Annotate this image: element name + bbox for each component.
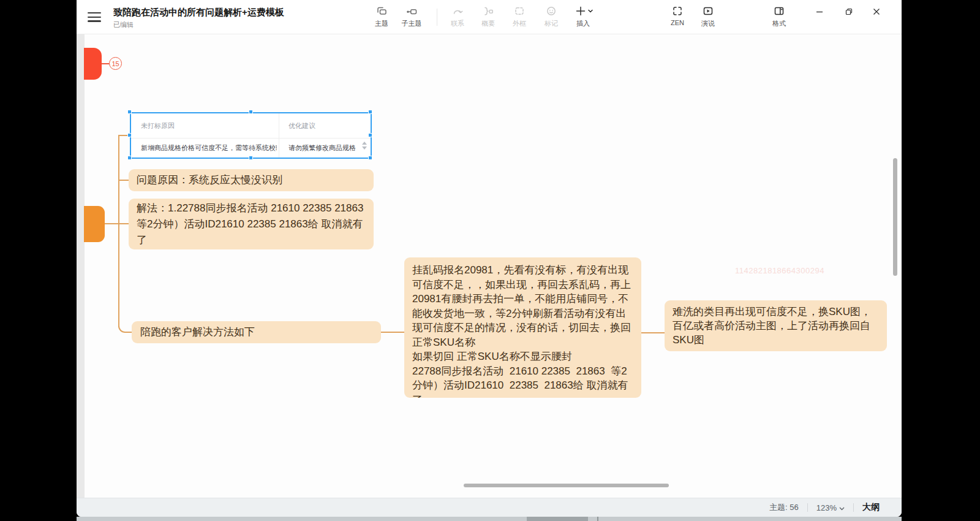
toolbar-divider [437, 9, 437, 26]
collapsed-count-badge[interactable]: 15 [109, 57, 122, 70]
root-node-collapsed[interactable] [84, 48, 102, 80]
summary-icon [471, 5, 505, 17]
table-column-divider [279, 113, 279, 158]
table-cell-reason: 新增商品规格价格可信度不足，需等待系统校验 [141, 139, 277, 158]
table-header-reason: 未打标原因 [141, 113, 276, 138]
restore-button[interactable] [840, 5, 858, 21]
subtopic-button[interactable]: 子主题 [393, 5, 430, 28]
canvas-left-edge [77, 34, 85, 498]
zen-button[interactable]: ZEN [660, 5, 695, 26]
minimize-button[interactable] [810, 5, 829, 21]
connector-branch-solution [105, 223, 129, 224]
node-problem[interactable]: 问题原因：系统反应太慢没识别 [129, 169, 374, 191]
watermark: 1142821818664300294 [735, 266, 824, 275]
restore-icon [845, 7, 853, 18]
vertical-scrollbar[interactable] [893, 158, 897, 276]
connector-detail-hard [641, 332, 665, 333]
close-icon [872, 7, 881, 18]
selection-handle[interactable] [127, 156, 132, 160]
connector-problem [118, 180, 129, 181]
node-method[interactable]: 陪跑的客户解决方法如下 [132, 321, 381, 343]
present-label: 演说 [691, 19, 725, 28]
document-title: 致陪跑在活动中的所有问题解析+运费模板 [113, 7, 284, 18]
format-icon [762, 5, 796, 17]
taskbar-segment [527, 517, 588, 521]
summary-button[interactable]: 概要 [471, 5, 505, 28]
taskbar-edge [77, 517, 902, 521]
selection-handle[interactable] [127, 133, 132, 137]
statusbar-divider [853, 503, 854, 512]
statusbar-divider [807, 503, 808, 512]
taskbar-segment-divider [597, 517, 598, 521]
topic-count: 主题: 56 [769, 502, 799, 513]
connector-trunk [118, 135, 119, 327]
app-window: 致陪跑在活动中的所有问题解析+运费模板 已编辑 主题 子主题 联系 [77, 0, 902, 517]
present-icon [691, 5, 725, 17]
selection-handle[interactable] [368, 133, 372, 137]
toolbar: 致陪跑在活动中的所有问题解析+运费模板 已编辑 主题 子主题 联系 [77, 0, 902, 34]
mindmap-canvas[interactable]: 15 未打标原因 优化建议 新增商品规格价格可信度不足，需等待系统校验 请勿频繁… [77, 34, 902, 498]
relationship-icon [440, 5, 475, 17]
relationship-button[interactable]: 联系 [440, 5, 475, 28]
node-solution[interactable]: 解法：1.22788同步报名活动 21610 22385 21863 等2分钟）… [129, 199, 374, 249]
insert-label: 插入 [564, 19, 603, 28]
node-detail[interactable]: 挂乱码报名20981，先看有没有标，有没有出现可信度不足，，如果出现，再回去系乱… [404, 257, 641, 398]
format-button[interactable]: 格式 [762, 5, 796, 28]
summary-label: 概要 [471, 19, 505, 28]
insert-button[interactable]: 插入 [564, 5, 603, 28]
selection-handle[interactable] [368, 156, 372, 160]
menu-icon[interactable] [88, 12, 101, 22]
zen-label: ZEN [660, 19, 695, 26]
boundary-label: 外框 [502, 19, 537, 28]
selection-handle[interactable] [368, 110, 372, 114]
subtopic-label: 子主题 [393, 19, 430, 28]
zoom-value: 123% [816, 503, 837, 512]
zen-icon [660, 5, 695, 17]
status-bar: 主题: 56 123% 大纲 [77, 498, 902, 517]
edit-status: 已编辑 [113, 20, 134, 29]
selection-handle[interactable] [249, 156, 253, 160]
cell-scroll-arrows[interactable] [362, 142, 367, 150]
connector-curve-method [118, 326, 132, 333]
selection-handle[interactable] [249, 110, 253, 114]
branch-node[interactable] [84, 206, 105, 242]
connector-method-detail [381, 332, 404, 333]
node-hard-category[interactable]: 难洗的类目再出现可信度不足，换SKU图，百亿或者高价活动主图，上了活动再换回自S… [665, 300, 887, 351]
zoom-control[interactable]: 123% [816, 503, 845, 512]
table-header-suggestion: 优化建议 [288, 113, 368, 138]
boundary-button[interactable]: 外框 [502, 5, 537, 28]
table-node-selected[interactable]: 未打标原因 优化建议 新增商品规格价格可信度不足，需等待系统校验 请勿频繁修改商… [130, 112, 372, 159]
boundary-icon [502, 5, 537, 17]
format-label: 格式 [762, 19, 796, 28]
relationship-label: 联系 [440, 19, 475, 28]
minimize-icon [815, 7, 824, 18]
table-cell-suggestion: 请勿频繁修改商品规格 [288, 139, 357, 158]
chevron-down-icon [839, 503, 845, 512]
close-button[interactable] [867, 5, 886, 21]
selection-handle[interactable] [127, 110, 132, 114]
insert-icon [564, 5, 603, 17]
present-button[interactable]: 演说 [691, 5, 725, 28]
subtopic-icon [393, 5, 430, 17]
horizontal-scrollbar[interactable] [464, 484, 669, 487]
outline-button[interactable]: 大纲 [862, 502, 880, 513]
